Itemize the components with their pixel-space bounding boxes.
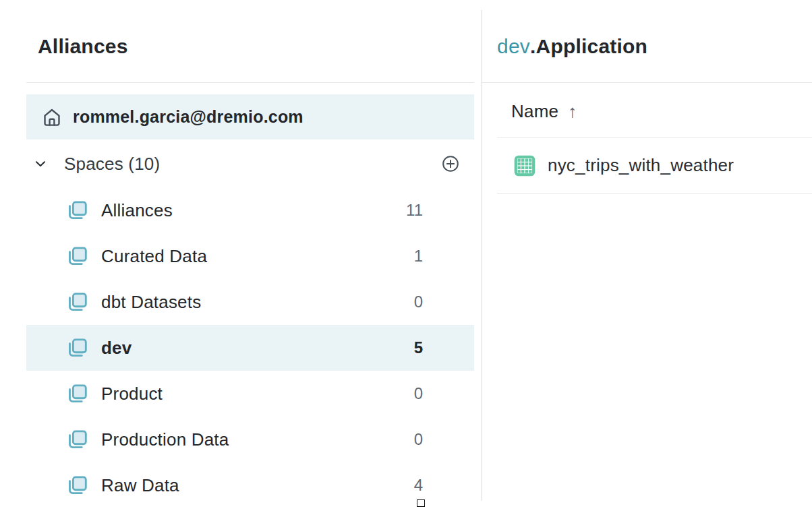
- space-label: dbt Datasets: [101, 292, 201, 313]
- spaces-section-header: Spaces (10): [26, 143, 474, 185]
- breadcrumb-space-link[interactable]: dev: [497, 35, 530, 57]
- space-label: Production Data: [101, 429, 229, 450]
- space-label: dev: [101, 338, 132, 359]
- add-space-button[interactable]: [441, 154, 460, 173]
- breadcrumb: dev.Application: [497, 35, 647, 58]
- table-column-header-name[interactable]: Name ↑: [511, 97, 577, 125]
- space-icon: [65, 244, 90, 268]
- sidebar-item-alliances[interactable]: Alliances 11: [26, 187, 474, 233]
- column-name-label: Name: [511, 101, 558, 122]
- home-icon: [40, 106, 63, 129]
- main-header-divider: [482, 82, 812, 83]
- dataset-name-label: nyc_trips_with_weather: [548, 155, 734, 176]
- space-label: Raw Data: [101, 475, 179, 496]
- space-label: Alliances: [101, 200, 173, 221]
- space-count-badge: 5: [414, 338, 423, 357]
- sidebar-item-dev[interactable]: dev 5: [26, 325, 474, 371]
- space-count-badge: 0: [414, 293, 423, 311]
- user-email-label: rommel.garcia@dremio.com: [73, 107, 303, 127]
- page-title: Alliances: [38, 35, 128, 58]
- space-count-badge: 11: [406, 201, 423, 220]
- space-label: Product: [101, 384, 163, 404]
- space-count-badge: 1: [414, 247, 423, 266]
- breadcrumb-entity: Application: [536, 35, 648, 57]
- sidebar-item-product[interactable]: Product 0: [26, 371, 474, 417]
- sidebar-item-curated-data[interactable]: Curated Data 1: [26, 233, 474, 279]
- space-label: Curated Data: [101, 246, 207, 267]
- chevron-down-icon[interactable]: [32, 156, 49, 172]
- table-row-nyc-trips-with-weather[interactable]: nyc_trips_with_weather: [481, 138, 812, 193]
- table-row-divider: [497, 193, 812, 194]
- sort-ascending-icon: ↑: [568, 101, 577, 122]
- space-icon: [65, 473, 90, 497]
- sidebar-item-raw-data[interactable]: Raw Data 4: [26, 462, 474, 508]
- space-icon: [65, 198, 90, 222]
- space-icon: [65, 381, 90, 406]
- spaces-section-label: Spaces (10): [64, 154, 160, 175]
- space-count-badge: 0: [414, 430, 423, 449]
- sidebar-item-user-home[interactable]: rommel.garcia@dremio.com: [26, 94, 474, 140]
- space-count-badge: 4: [414, 476, 423, 495]
- sidebar-item-dbt-datasets[interactable]: dbt Datasets 0: [26, 279, 474, 325]
- space-icon: [65, 427, 90, 452]
- stray-square-artifact: [417, 499, 425, 507]
- breadcrumb-separator: .: [530, 35, 536, 57]
- panel-splitter[interactable]: [481, 10, 482, 501]
- sidebar-item-production-data[interactable]: Production Data 0: [26, 417, 474, 462]
- dataset-table-icon: [513, 154, 537, 178]
- space-icon: [65, 290, 90, 314]
- sidebar-header-divider: [26, 82, 474, 83]
- space-count-badge: 0: [414, 384, 423, 403]
- space-icon: [65, 336, 90, 360]
